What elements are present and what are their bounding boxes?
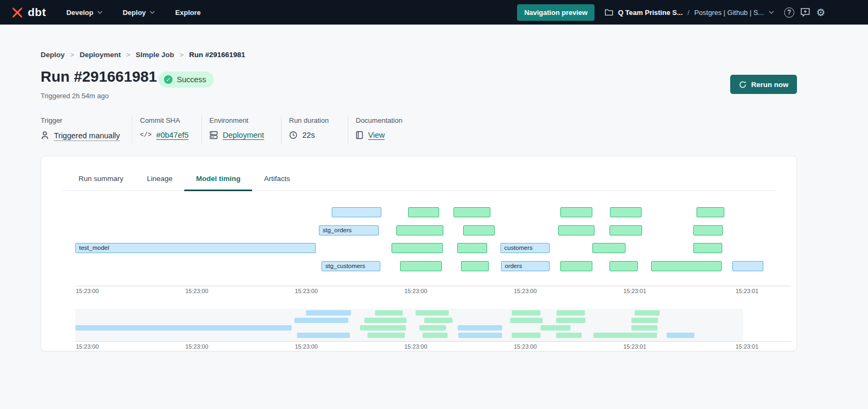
tab-lineage[interactable]: Lineage: [135, 168, 184, 190]
gantt-bar-stg_orders[interactable]: stg_orders: [319, 225, 379, 235]
tab-model-timing[interactable]: Model timing: [184, 168, 252, 191]
documentation-link[interactable]: View: [368, 131, 385, 139]
axis-tick-label: 15:23:00: [185, 343, 208, 350]
gantt-bar[interactable]: [651, 261, 722, 271]
mini-bar: [631, 318, 658, 323]
chevron-down-icon: [769, 11, 774, 14]
feedback-icon[interactable]: [800, 7, 810, 17]
meta-label: Environment: [209, 116, 264, 124]
gantt-bar[interactable]: [396, 225, 443, 235]
folder-icon: [605, 9, 613, 16]
nav-menu: Develop Deploy Explore: [66, 9, 201, 17]
nav-icon-cluster: ? ⚙: [784, 7, 825, 18]
meta-commit-sha: Commit SHA </> #0b47ef5: [140, 116, 189, 139]
mini-bar: [635, 310, 660, 316]
gantt-bar[interactable]: [693, 243, 722, 253]
navigation-preview-button[interactable]: Navigation preview: [517, 4, 594, 21]
gear-icon[interactable]: ⚙: [816, 7, 825, 18]
mini-bar: [667, 333, 694, 338]
project-breadcrumb[interactable]: Q Team Pristine S... / Postgres | Github…: [605, 9, 774, 17]
tab-artifacts[interactable]: Artifacts: [252, 168, 302, 190]
nav-item-label: Deploy: [123, 9, 146, 17]
run-detail-card: Run summary Lineage Model timing Artifac…: [41, 156, 797, 351]
gantt-bar-test_model[interactable]: test_model: [75, 243, 316, 253]
status-badge: ✓ Success: [159, 72, 214, 88]
axis-tick-label: 15:23:00: [76, 343, 99, 350]
gantt-bar[interactable]: [609, 261, 638, 271]
breadcrumb-separator: >: [70, 51, 74, 59]
gantt-bar[interactable]: [332, 207, 381, 217]
gantt-bar[interactable]: [697, 207, 724, 217]
mini-bar: [306, 310, 351, 316]
nav-item-develop[interactable]: Develop: [66, 9, 103, 17]
axis-tick-label: 15:23:00: [76, 288, 99, 294]
dbt-cloud-run-page: dbt Develop Deploy Explore Navigation pr…: [0, 0, 868, 409]
nav-item-deploy[interactable]: Deploy: [123, 9, 155, 17]
gantt-bar[interactable]: [392, 243, 443, 253]
divider: [348, 115, 348, 144]
mini-bar: [631, 325, 658, 331]
environment-link[interactable]: Deployment: [223, 131, 264, 139]
dbt-logo[interactable]: dbt: [11, 6, 46, 19]
database-icon: [209, 131, 218, 139]
gantt-bar[interactable]: [592, 243, 625, 253]
mini-bar: [556, 318, 585, 323]
nav-item-label: Explore: [175, 9, 201, 17]
brand-name: dbt: [28, 6, 46, 19]
gantt-bar[interactable]: [560, 207, 592, 217]
gantt-bar[interactable]: [609, 225, 642, 235]
gantt-bar[interactable]: [461, 261, 489, 271]
rerun-now-button[interactable]: Rerun now: [730, 75, 797, 94]
refresh-icon: [739, 81, 747, 89]
breadcrumb-run: Run #291661981: [189, 51, 245, 59]
gantt-bar[interactable]: [457, 243, 487, 253]
gantt-bar-orders[interactable]: orders: [501, 261, 550, 271]
gantt-bar[interactable]: [732, 261, 763, 271]
dbt-logo-icon: [11, 6, 24, 19]
clock-icon: [289, 131, 298, 139]
axis-tick-label: 15:23:01: [623, 288, 646, 294]
mini-bar: [423, 333, 448, 338]
gantt-bar[interactable]: [408, 207, 439, 217]
person-icon: [41, 131, 49, 140]
mini-bar: [375, 310, 403, 316]
project-environment: Postgres | Github | S...: [694, 9, 764, 17]
breadcrumb-job[interactable]: SImple Job: [136, 51, 174, 59]
meta-label: Documentation: [356, 116, 402, 124]
axis-tick-label: 15:23:00: [185, 288, 208, 294]
gantt-bar[interactable]: [693, 225, 723, 235]
gantt-bar[interactable]: [558, 225, 595, 235]
breadcrumb-separator: >: [126, 51, 130, 59]
divider: [201, 115, 202, 144]
mini-bar: [458, 333, 502, 338]
tab-run-summary[interactable]: Run summary: [67, 168, 135, 190]
axis-tick-label: 15:23:01: [623, 343, 646, 350]
mini-bar: [556, 333, 582, 338]
project-name: Q Team Pristine S...: [618, 9, 683, 17]
gantt-bar-customers[interactable]: customers: [501, 243, 550, 253]
meta-environment: Environment Deployment: [209, 116, 264, 139]
axis-tick-label: 15:23:00: [514, 288, 537, 294]
top-nav: dbt Develop Deploy Explore Navigation pr…: [0, 0, 868, 25]
docs-icon: [356, 131, 363, 139]
gantt-bar[interactable]: [610, 207, 642, 217]
gantt-bar[interactable]: [560, 261, 592, 271]
commit-sha-link[interactable]: #0b47ef5: [157, 131, 189, 139]
gantt-bar[interactable]: [463, 225, 495, 235]
mini-axis-line: [75, 341, 791, 342]
divider: [132, 115, 132, 144]
gantt-bar[interactable]: [453, 207, 490, 217]
gantt-bar[interactable]: [400, 261, 442, 271]
breadcrumb-deploy[interactable]: Deploy: [41, 51, 65, 59]
axis-tick-label: 15:23:00: [295, 288, 318, 294]
meta-trigger: Trigger Triggered manually: [41, 116, 120, 140]
axis-tick-label: 15:23:00: [404, 288, 427, 294]
nav-item-explore[interactable]: Explore: [175, 9, 201, 17]
help-icon[interactable]: ?: [784, 7, 794, 18]
divider: [281, 115, 281, 144]
breadcrumb-separator: >: [179, 51, 184, 59]
project-separator: /: [687, 9, 690, 17]
mini-bar: [557, 310, 585, 316]
gantt-bar-stg_customers[interactable]: stg_customers: [322, 261, 380, 271]
breadcrumb-deployment[interactable]: Deployment: [80, 51, 121, 59]
